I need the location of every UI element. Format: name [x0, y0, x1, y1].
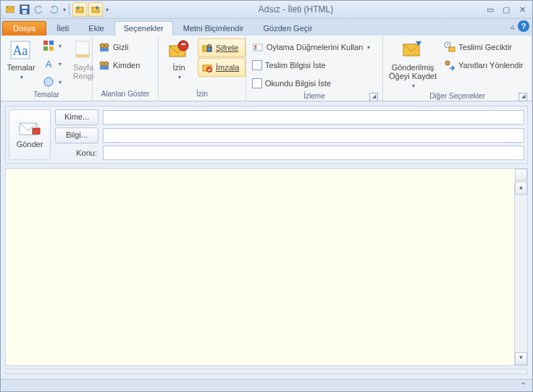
save-sent-item-button[interactable]: Gönderilmiş Öğeyi Kaydet ▾	[386, 37, 440, 92]
svg-rect-24	[181, 43, 185, 45]
tab-ileti[interactable]: İleti	[47, 21, 78, 36]
sign-button[interactable]: İmzala	[198, 58, 245, 77]
window-controls: ▭ ▢ ✕	[483, 4, 529, 14]
body-options-icon[interactable]	[515, 169, 527, 181]
statusbar-expand-icon[interactable]: ⌃	[520, 381, 526, 391]
theme-effects-button[interactable]: ▾	[40, 73, 64, 91]
window-title: Adsız - İleti (HTML)	[109, 4, 483, 14]
message-body[interactable]: ▲ ▼	[5, 168, 528, 366]
svg-point-17	[104, 43, 109, 48]
page-color-button[interactable]: Sayfa Rengi	[66, 37, 101, 82]
svg-text:A: A	[46, 59, 52, 70]
svg-rect-37	[33, 128, 40, 134]
svg-rect-9	[49, 41, 54, 45]
send-label: Gönder	[17, 140, 43, 149]
qa-undo-icon[interactable]	[33, 3, 46, 16]
tab-secenekler[interactable]: Seçenekler	[114, 21, 173, 36]
direct-replies-button[interactable]: Yanıtları Yönlendir	[441, 57, 526, 74]
svg-rect-18	[100, 48, 109, 51]
tab-file[interactable]: Dosya	[2, 21, 46, 36]
diger-dialog-launcher[interactable]: ◢	[519, 93, 527, 101]
svg-rect-29	[253, 44, 262, 51]
svg-rect-15	[76, 54, 89, 57]
ribbon: Aa Temalar ▾ ▾ A▾ ▾ Sayfa Rengi Temalar	[1, 36, 532, 101]
tab-metni-bicimlendir[interactable]: Metni Biçimlendir	[174, 21, 253, 36]
group-izin: İzin ▾ Şifrele İmzala İzin	[159, 36, 246, 101]
ribbon-minimize-icon[interactable]: ▵	[511, 22, 515, 31]
svg-point-20	[104, 62, 109, 66]
app-window: ▾ ▾ Adsız - İleti (HTML) ▭ ▢ ✕ Dosya İle…	[0, 0, 533, 392]
svg-point-23	[178, 41, 188, 51]
to-input[interactable]	[103, 110, 524, 125]
help-icon[interactable]: ?	[518, 20, 529, 32]
qa-next-item-icon[interactable]	[88, 2, 103, 17]
scroll-up-icon[interactable]: ▲	[515, 182, 527, 195]
svg-point-31	[255, 48, 257, 50]
compose-area: Gönder Kime... Bilgi... Konu:	[1, 101, 532, 379]
body-scrollbar[interactable]: ▲ ▼	[514, 182, 527, 365]
maximize-button[interactable]: ▢	[499, 4, 513, 14]
svg-rect-10	[43, 46, 48, 51]
statusbar: ⌃	[1, 379, 532, 391]
delay-delivery-button[interactable]: Teslimi Geciktir	[441, 38, 526, 56]
qa-prev-item-icon[interactable]	[72, 2, 87, 17]
scroll-down-icon[interactable]: ▼	[515, 352, 527, 365]
group-diger-secenekler: Gönderilmiş Öğeyi Kaydet ▾ Teslimi Gecik…	[383, 36, 532, 101]
svg-point-13	[44, 78, 53, 86]
tab-ekle[interactable]: Ekle	[79, 21, 113, 36]
svg-rect-3	[22, 10, 27, 14]
svg-rect-8	[43, 41, 48, 45]
bcc-button[interactable]: Gizli	[96, 38, 143, 56]
message-header: Gönder Kime... Bilgi... Konu:	[5, 106, 528, 164]
group-temalar: Aa Temalar ▾ ▾ A▾ ▾ Sayfa Rengi Temalar	[1, 36, 93, 101]
svg-text:Aa: Aa	[13, 43, 28, 58]
qa-more-icon[interactable]: ▾	[63, 7, 66, 13]
delivery-receipt-checkbox[interactable]: Teslim Bilgisi İste	[249, 57, 379, 74]
svg-point-30	[255, 46, 257, 48]
minimize-button[interactable]: ▭	[483, 4, 498, 14]
close-button[interactable]: ✕	[515, 4, 529, 14]
resize-grip[interactable]	[5, 369, 528, 375]
page-color-label: Sayfa Rengi	[73, 63, 94, 80]
svg-rect-34	[449, 47, 455, 51]
svg-rect-2	[22, 6, 28, 9]
permission-button[interactable]: İzin ▾	[161, 37, 196, 83]
svg-rect-26	[207, 47, 211, 51]
tab-gozden-gecir[interactable]: Gözden Geçir	[254, 21, 322, 36]
ribbon-tabs: Dosya İleti Ekle Seçenekler Metni Biçiml…	[1, 19, 532, 36]
encrypt-button[interactable]: Şifrele	[198, 38, 245, 57]
qa-redo-icon[interactable]	[47, 3, 60, 16]
themes-label: Temalar	[7, 63, 35, 72]
send-icon	[18, 121, 41, 137]
from-button[interactable]: Kimden	[96, 57, 143, 74]
qa-save-icon[interactable]	[18, 3, 31, 16]
cc-input[interactable]	[103, 128, 524, 143]
themes-button[interactable]: Aa Temalar ▾	[4, 37, 38, 83]
qa-attach-icon[interactable]	[4, 3, 17, 16]
quick-access-toolbar: ▾ ▾	[4, 2, 109, 17]
svg-rect-11	[49, 46, 54, 51]
group-izleme: Oylama Düğmelerini Kullan▾ Teslim Bilgis…	[246, 36, 383, 101]
theme-colors-button[interactable]: ▾	[40, 37, 64, 54]
izleme-dialog-launcher[interactable]: ◢	[369, 93, 378, 101]
theme-fonts-button[interactable]: A▾	[40, 55, 64, 72]
to-button[interactable]: Kime...	[55, 109, 98, 125]
subject-input[interactable]	[103, 146, 524, 160]
cc-button[interactable]: Bilgi...	[55, 128, 98, 143]
subject-label: Konu:	[55, 149, 98, 157]
svg-point-35	[445, 61, 450, 65]
use-voting-buttons[interactable]: Oylama Düğmelerini Kullan▾	[249, 38, 379, 56]
send-button[interactable]: Gönder	[9, 109, 51, 160]
svg-rect-21	[100, 66, 109, 70]
read-receipt-checkbox[interactable]: Okundu Bilgisi İste	[249, 75, 379, 92]
titlebar: ▾ ▾ Adsız - İleti (HTML) ▭ ▢ ✕	[1, 1, 532, 19]
group-alanlari-goster: Gizli Kimden Alanları Göster	[93, 36, 159, 101]
